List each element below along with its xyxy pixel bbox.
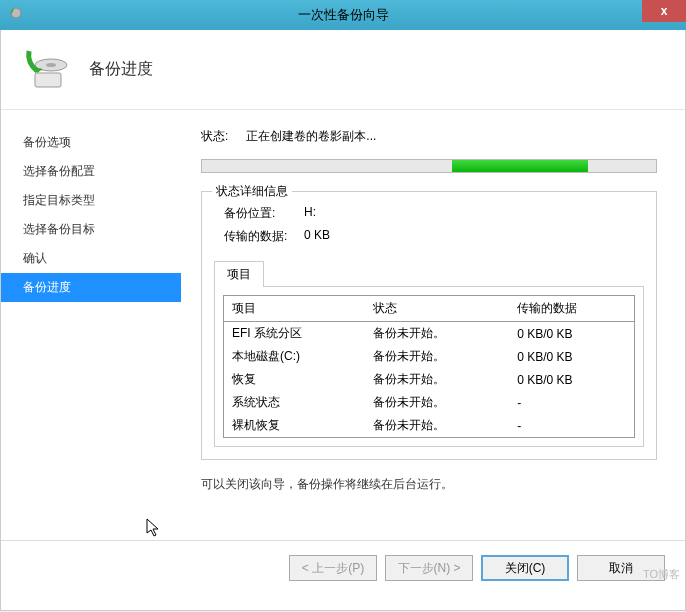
tab-content: 项目 状态 传输的数据 EFI 系统分区备份未开始。0 KB/0 KB本地磁盘(… [214,286,644,447]
transferred-label: 传输的数据: [224,228,304,245]
details-legend: 状态详细信息 [212,183,292,200]
progress-bar [201,159,657,173]
status-label: 状态: [201,128,228,145]
close-wizard-button[interactable]: 关闭(C) [481,555,569,581]
svg-point-2 [46,63,56,67]
status-value: 正在创建卷的卷影副本... [246,128,376,145]
step-target-type[interactable]: 指定目标类型 [1,186,181,215]
cell-data: - [509,391,634,414]
cell-status: 备份未开始。 [365,368,509,391]
step-confirm[interactable]: 确认 [1,244,181,273]
details-group: 状态详细信息 备份位置: H: 传输的数据: 0 KB 项目 [201,191,657,460]
step-progress[interactable]: 备份进度 [1,273,181,302]
table-row[interactable]: 裸机恢复备份未开始。- [224,414,635,438]
table-row[interactable]: 本地磁盘(C:)备份未开始。0 KB/0 KB [224,345,635,368]
tab-header: 项目 [214,260,644,286]
cell-status: 备份未开始。 [365,414,509,438]
tab-area: 项目 项目 状态 传输的数据 EFI 系统分区备份未开始。0 KB [214,260,644,447]
cell-status: 备份未开始。 [365,322,509,346]
svg-rect-3 [35,73,61,87]
col-data: 传输的数据 [509,296,634,322]
location-value: H: [304,205,316,222]
tab-items[interactable]: 项目 [214,261,264,287]
next-button: 下一步(N) > [385,555,473,581]
wizard-icon [8,7,24,23]
close-button[interactable]: x [642,0,686,22]
step-select-config[interactable]: 选择备份配置 [1,157,181,186]
table-row[interactable]: 恢复备份未开始。0 KB/0 KB [224,368,635,391]
cell-item: 本地磁盘(C:) [224,345,366,368]
cell-data: - [509,414,634,438]
footer-note: 可以关闭该向导，备份操作将继续在后台运行。 [201,476,657,493]
main-panel: 状态: 正在创建卷的卷影副本... 状态详细信息 备份位置: H: 传输的数据:… [181,110,685,540]
page-title: 备份进度 [89,59,153,80]
cell-data: 0 KB/0 KB [509,368,634,391]
cell-data: 0 KB/0 KB [509,322,634,346]
table-row[interactable]: EFI 系统分区备份未开始。0 KB/0 KB [224,322,635,346]
cell-item: EFI 系统分区 [224,322,366,346]
step-backup-options[interactable]: 备份选项 [1,128,181,157]
cell-data: 0 KB/0 KB [509,345,634,368]
cell-status: 备份未开始。 [365,391,509,414]
progress-fill [452,160,588,172]
cell-item: 恢复 [224,368,366,391]
transferred-row: 传输的数据: 0 KB [214,225,644,248]
watermark: TO博客 [643,567,680,582]
items-table: 项目 状态 传输的数据 EFI 系统分区备份未开始。0 KB/0 KB本地磁盘(… [223,295,635,438]
window-body: 备份进度 备份选项 选择备份配置 指定目标类型 选择备份目标 确认 备份进度 状… [0,30,686,611]
transferred-value: 0 KB [304,228,330,245]
backup-icon [21,45,71,95]
cell-item: 系统状态 [224,391,366,414]
prev-button: < 上一步(P) [289,555,377,581]
step-select-target[interactable]: 选择备份目标 [1,215,181,244]
wizard-steps: 备份选项 选择备份配置 指定目标类型 选择备份目标 确认 备份进度 [1,110,181,540]
titlebar: 一次性备份向导 x [0,0,686,30]
cell-status: 备份未开始。 [365,345,509,368]
location-label: 备份位置: [224,205,304,222]
backup-location-row: 备份位置: H: [214,202,644,225]
status-line: 状态: 正在创建卷的卷影副本... [201,128,657,145]
col-item: 项目 [224,296,366,322]
table-row[interactable]: 系统状态备份未开始。- [224,391,635,414]
content-area: 备份选项 选择备份配置 指定目标类型 选择备份目标 确认 备份进度 状态: 正在… [1,110,685,540]
window-title: 一次性备份向导 [298,6,389,24]
wizard-header: 备份进度 [1,30,685,110]
button-footer: < 上一步(P) 下一步(N) > 关闭(C) 取消 [1,540,685,595]
cell-item: 裸机恢复 [224,414,366,438]
col-status: 状态 [365,296,509,322]
